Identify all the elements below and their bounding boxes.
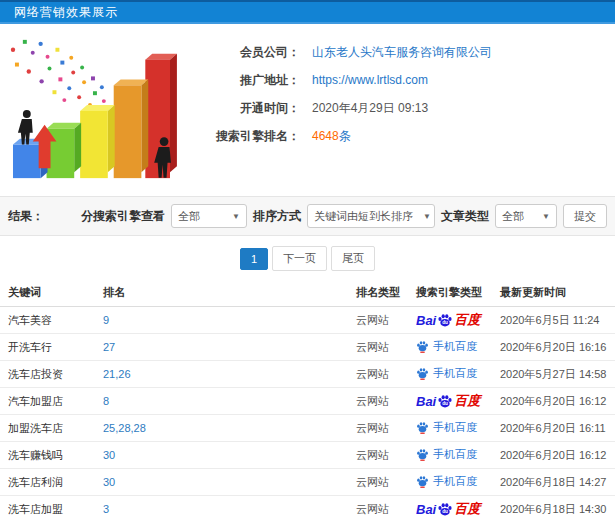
baidu-logo-bai: Bai xyxy=(416,313,436,328)
info-row-engine-rank: 搜索引擎排名： 4648条 xyxy=(182,122,615,150)
baidu-mobile-text: 手机百度 xyxy=(433,339,477,354)
table-row: 汽车美容 9 云网站 Baidu百度 2020年6月5日 11:24 xyxy=(0,307,615,334)
baidu-paw-icon xyxy=(416,448,429,461)
baidu-mobile-text: 手机百度 xyxy=(433,447,477,462)
page-header: 网络营销效果展示 xyxy=(0,0,615,24)
baidu-paw-icon xyxy=(416,367,429,380)
promo-url-link[interactable]: https://www.lrtlsd.com xyxy=(312,73,428,87)
engine-cell: 手机百度 xyxy=(408,474,492,490)
table-row: 开洗车行 27 云网站 手机百度 2020年6月20日 16:16 xyxy=(0,334,615,361)
engine-cell: Baidu百度 xyxy=(408,500,492,518)
member-company-link[interactable]: 山东老人头汽车服务咨询有限公司 xyxy=(312,45,492,59)
baidu-mobile-logo: 手机百度 xyxy=(416,474,477,489)
rank-link[interactable]: 9 xyxy=(103,314,109,326)
updated-cell: 2020年6月20日 16:11 xyxy=(492,421,615,436)
table-row: 洗车店加盟 3 云网站 Baidu百度 2020年6月18日 14:30 xyxy=(0,496,615,520)
rank-type-cell: 云网站 xyxy=(348,367,408,382)
keyword-cell: 汽车美容 xyxy=(0,313,95,328)
engine-filter-label: 分搜索引擎查看 xyxy=(81,208,165,225)
promo-url-label: 推广地址： xyxy=(182,72,300,89)
member-company-label: 会员公司： xyxy=(182,44,300,61)
engine-cell: 手机百度 xyxy=(408,420,492,436)
svg-text:du: du xyxy=(442,320,448,325)
engine-cell: Baidu百度 xyxy=(408,392,492,410)
pagination: 1 下一页 尾页 xyxy=(0,236,615,279)
baidu-logo: Baidu百度 xyxy=(416,392,480,410)
baidu-logo-text: 百度 xyxy=(454,392,480,410)
rank-link[interactable]: 21,26 xyxy=(103,368,131,380)
info-row-member: 会员公司： 山东老人头汽车服务咨询有限公司 xyxy=(182,38,615,66)
engine-rank-label: 搜索引擎排名： xyxy=(182,128,300,145)
page-button-last[interactable]: 尾页 xyxy=(331,246,375,271)
info-row-promo: 推广地址： https://www.lrtlsd.com xyxy=(182,66,615,94)
baidu-mobile-logo: 手机百度 xyxy=(416,366,477,381)
baidu-paw-icon: du xyxy=(437,393,453,409)
baidu-logo-bai: Bai xyxy=(416,502,436,517)
rank-type-cell: 云网站 xyxy=(348,475,408,490)
article-type-select[interactable]: 全部 ▼ xyxy=(495,204,557,228)
engine-cell: 手机百度 xyxy=(408,366,492,382)
page-button-next[interactable]: 下一页 xyxy=(272,246,327,271)
baidu-mobile-text: 手机百度 xyxy=(433,366,477,381)
baidu-mobile-text: 手机百度 xyxy=(433,420,477,435)
submit-button[interactable]: 提交 xyxy=(563,204,607,228)
baidu-paw-icon: du xyxy=(437,501,453,517)
baidu-mobile-logo: 手机百度 xyxy=(416,339,477,354)
open-time-value: 2020年4月29日 09:13 xyxy=(312,100,428,117)
sort-label: 排序方式 xyxy=(253,208,301,225)
keyword-cell: 汽车加盟店 xyxy=(0,394,95,409)
table-row: 加盟洗车店 25,28,28 云网站 手机百度 2020年6月20日 16:11 xyxy=(0,415,615,442)
table-row: 洗车店投资 21,26 云网站 手机百度 2020年5月27日 14:58 xyxy=(0,361,615,388)
rank-link[interactable]: 25,28,28 xyxy=(103,422,146,434)
baidu-paw-icon: du xyxy=(437,312,453,328)
baidu-mobile-logo: 手机百度 xyxy=(416,447,477,462)
baidu-logo: Baidu百度 xyxy=(416,500,480,518)
company-info-list: 会员公司： 山东老人头汽车服务咨询有限公司 推广地址： https://www.… xyxy=(182,30,615,188)
bar-green xyxy=(47,123,82,178)
updated-cell: 2020年6月20日 16:12 xyxy=(492,448,615,463)
baidu-logo-text: 百度 xyxy=(454,311,480,329)
col-header-rank: 排名 xyxy=(95,285,348,300)
engine-cell: Baidu百度 xyxy=(408,311,492,329)
table-row: 洗车赚钱吗 30 云网站 手机百度 2020年6月20日 16:12 xyxy=(0,442,615,469)
table-header-row: 关键词 排名 排名类型 搜索引擎类型 最新更新时间 xyxy=(0,279,615,307)
open-time-label: 开通时间： xyxy=(182,100,300,117)
page-button-current[interactable]: 1 xyxy=(240,248,268,270)
rank-link[interactable]: 30 xyxy=(103,449,115,461)
keyword-cell: 洗车店利润 xyxy=(0,475,95,490)
baidu-logo-bai: Bai xyxy=(416,394,436,409)
updated-cell: 2020年6月18日 14:27 xyxy=(492,475,615,490)
svg-text:du: du xyxy=(442,509,448,514)
keyword-cell: 洗车店加盟 xyxy=(0,502,95,517)
result-label: 结果： xyxy=(8,208,44,225)
baidu-logo: Baidu百度 xyxy=(416,311,480,329)
rank-link[interactable]: 3 xyxy=(103,503,109,515)
sort-select[interactable]: 关键词由短到长排序 ▼ xyxy=(307,204,435,228)
article-type-label: 文章类型 xyxy=(441,208,489,225)
baidu-paw-icon xyxy=(416,340,429,353)
bar-yellow xyxy=(80,105,115,178)
keyword-cell: 洗车赚钱吗 xyxy=(0,448,95,463)
rank-link[interactable]: 27 xyxy=(103,341,115,353)
col-header-rank-type: 排名类型 xyxy=(348,285,408,300)
updated-cell: 2020年6月18日 14:30 xyxy=(492,502,615,517)
growth-chart-illustration xyxy=(0,30,182,188)
rank-link[interactable]: 8 xyxy=(103,395,109,407)
svg-text:du: du xyxy=(442,401,448,406)
chevron-down-icon: ▼ xyxy=(423,212,431,221)
engine-cell: 手机百度 xyxy=(408,339,492,355)
engine-cell: 手机百度 xyxy=(408,447,492,463)
engine-rank-count: 4648 xyxy=(312,129,339,143)
info-section: 会员公司： 山东老人头汽车服务咨询有限公司 推广地址： https://www.… xyxy=(0,24,615,196)
info-row-open-time: 开通时间： 2020年4月29日 09:13 xyxy=(182,94,615,122)
rank-type-cell: 云网站 xyxy=(348,502,408,517)
baidu-paw-icon xyxy=(416,475,429,488)
engine-filter-select[interactable]: 全部 ▼ xyxy=(171,204,247,228)
baidu-mobile-logo: 手机百度 xyxy=(416,420,477,435)
table-row: 洗车店利润 30 云网站 手机百度 2020年6月18日 14:27 xyxy=(0,469,615,496)
bar-orange xyxy=(114,79,149,178)
rank-link[interactable]: 30 xyxy=(103,476,115,488)
results-table: 关键词 排名 排名类型 搜索引擎类型 最新更新时间 汽车美容 9 云网站 Bai… xyxy=(0,279,615,520)
keyword-cell: 加盟洗车店 xyxy=(0,421,95,436)
baidu-mobile-text: 手机百度 xyxy=(433,474,477,489)
